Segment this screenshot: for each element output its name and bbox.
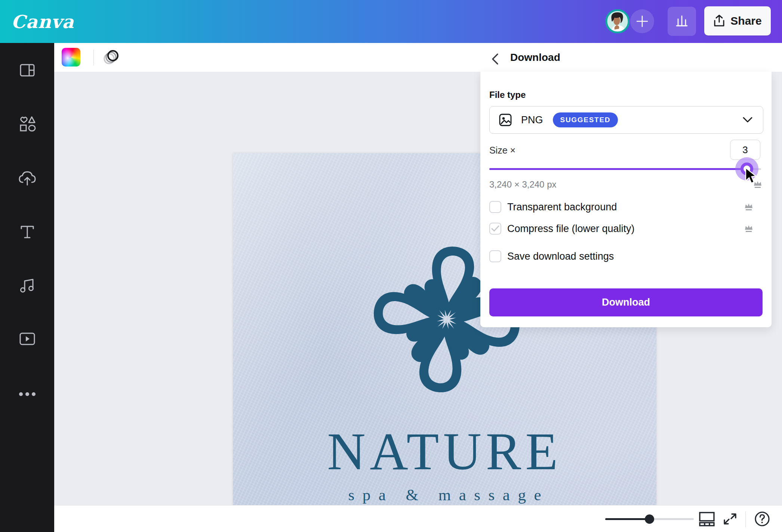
share-button[interactable]: Share: [704, 6, 771, 35]
option-label: Compress file (lower quality): [507, 223, 635, 235]
sidebar: [0, 43, 54, 532]
canva-editor: Canva: [0, 0, 782, 532]
file-type-label: File type: [489, 90, 526, 100]
file-type-select[interactable]: PNG SUGGESTED: [489, 106, 763, 134]
size-label: Size ×: [489, 145, 515, 156]
share-button-label: Share: [730, 15, 761, 27]
pages-view-button[interactable]: [697, 509, 717, 529]
chevron-left-icon: [489, 52, 502, 66]
sidebar-item-more[interactable]: [0, 375, 54, 413]
panel-title: Download: [510, 52, 560, 64]
upload-cloud-icon: [18, 169, 37, 186]
file-type-value: PNG: [521, 114, 543, 126]
color-picker[interactable]: [62, 48, 80, 66]
option-label: Save download settings: [507, 251, 614, 262]
video-icon: [18, 331, 36, 347]
download-button[interactable]: Download: [489, 288, 763, 316]
avatar-image: [606, 9, 629, 33]
avatar[interactable]: [606, 9, 629, 33]
option-transparent-background[interactable]: Transparent background: [489, 200, 763, 214]
download-panel: File type PNG SUGGESTED Size × 3 3,240 ×…: [480, 72, 772, 327]
image-icon: [498, 112, 513, 127]
option-label: Transparent background: [507, 201, 617, 213]
premium-crown-icon: [753, 180, 763, 189]
help-button[interactable]: [752, 509, 772, 529]
checkbox-checked[interactable]: [489, 223, 501, 235]
plus-icon: [636, 15, 649, 28]
bottombar-divider: [745, 511, 746, 527]
suggested-badge: SUGGESTED: [553, 112, 618, 127]
premium-crown-icon: [744, 224, 754, 233]
create-design-button[interactable]: [630, 9, 654, 33]
transparency-button[interactable]: [101, 47, 122, 68]
toolbar-divider: [93, 50, 94, 65]
sidebar-item-elements[interactable]: [0, 105, 54, 143]
pages-grid-icon: [698, 511, 715, 527]
option-save-settings[interactable]: Save download settings: [489, 249, 763, 264]
chevron-down-icon: [742, 116, 753, 124]
back-button[interactable]: [489, 52, 502, 66]
check-icon: [491, 225, 499, 232]
checkbox-unchecked[interactable]: [489, 201, 501, 213]
checkbox-unchecked[interactable]: [489, 250, 501, 262]
dimensions-text: 3,240 × 3,240 px: [489, 179, 556, 190]
sidebar-item-audio[interactable]: [0, 266, 54, 304]
share-upload-icon: [713, 15, 725, 27]
design-subtitle-text: spa & massage: [233, 486, 656, 504]
bottom-statusbar: [54, 505, 782, 532]
sidebar-item-templates[interactable]: [0, 52, 54, 89]
bar-chart-icon: [674, 14, 689, 29]
insights-button[interactable]: [668, 7, 696, 36]
more-dots-icon: [19, 392, 36, 396]
zoom-slider-handle[interactable]: [645, 514, 654, 524]
fullscreen-icon: [722, 511, 738, 527]
size-slider-fill: [489, 168, 747, 170]
audio-note-icon: [19, 276, 36, 294]
layout-grid-icon: [18, 61, 36, 79]
sidebar-item-text[interactable]: [0, 213, 54, 250]
elements-shapes-icon: [18, 115, 37, 133]
sidebar-item-videos[interactable]: [0, 320, 54, 358]
zoom-slider-fill: [605, 518, 649, 520]
fullscreen-button[interactable]: [720, 509, 740, 529]
top-navbar: Canva: [0, 0, 782, 43]
design-title-text: NATURE: [233, 425, 656, 478]
sidebar-item-uploads[interactable]: [0, 159, 54, 197]
size-slider-handle[interactable]: [741, 163, 753, 175]
download-panel-header: Download: [480, 43, 772, 72]
size-input[interactable]: 3: [730, 140, 760, 160]
option-compress-file[interactable]: Compress file (lower quality): [489, 221, 763, 236]
canva-logo[interactable]: Canva: [11, 0, 74, 43]
transparency-icon: [101, 47, 122, 67]
premium-crown-icon: [744, 202, 754, 211]
help-icon: [754, 511, 770, 527]
text-icon: [19, 223, 36, 240]
